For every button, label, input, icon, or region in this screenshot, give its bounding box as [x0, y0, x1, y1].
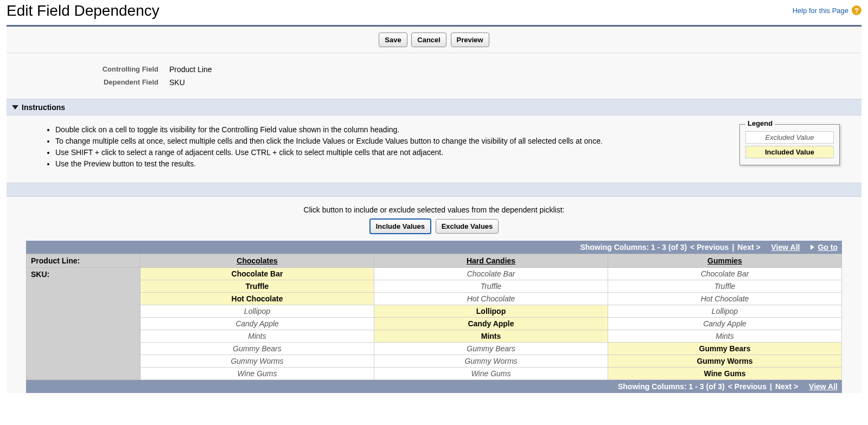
matrix-cell[interactable]: Wine Gums [374, 368, 608, 380]
matrix-cell[interactable]: Gummy Bears [374, 343, 608, 355]
matrix-cell[interactable]: Wine Gums [608, 368, 842, 380]
matrix-cell[interactable]: Candy Apple [608, 318, 842, 330]
controlling-field-value: Product Line [169, 65, 212, 74]
field-info-block: Controlling Field Product Line Dependent… [7, 53, 861, 99]
column-header[interactable]: Chocolates [141, 254, 374, 268]
matrix-cell[interactable]: Lollipop [141, 305, 374, 318]
matrix-cell[interactable]: Truffle [141, 280, 374, 293]
top-button-bar: Save Cancel Preview [7, 27, 861, 53]
matrix-cell[interactable]: Gummy Bears [141, 343, 374, 355]
instruction-item: To change multiple cells at once, select… [55, 136, 603, 147]
matrix-cell[interactable]: Hot Chocolate [141, 293, 374, 305]
controlling-row-label: Product Line: [27, 254, 141, 268]
view-all-link[interactable]: View All [771, 243, 800, 252]
legend-title: Legend [745, 119, 775, 127]
help-icon: ? [852, 5, 861, 15]
instruction-item: Use SHIFT + click to select a range of a… [55, 147, 603, 158]
showing-columns-label: Showing Columns: 1 - 3 (of 3) [618, 382, 725, 391]
help-for-this-page-link[interactable]: Help for this Page ? [793, 2, 861, 15]
instruction-item: Double click on a cell to toggle its vis… [55, 124, 603, 136]
column-header[interactable]: Gummies [608, 254, 842, 268]
previous-link-disabled: < Previous [690, 243, 729, 252]
matrix-cell[interactable]: Mints [141, 330, 374, 343]
matrix-cell[interactable]: Truffle [374, 280, 608, 293]
showing-columns-label: Showing Columns: 1 - 3 (of 3) [580, 243, 687, 252]
matrix-cell[interactable]: Lollipop [374, 305, 608, 318]
instruction-item: Use the Preview button to test the resul… [55, 158, 603, 170]
view-all-link[interactable]: View All [809, 382, 838, 391]
matrix-cell[interactable]: Truffle [608, 280, 842, 293]
next-link-disabled: Next > [775, 382, 798, 391]
matrix-cell[interactable]: Candy Apple [374, 318, 608, 330]
matrix-cell[interactable]: Mints [608, 330, 842, 343]
previous-link-disabled: < Previous [728, 382, 767, 391]
action-prompt: Click button to include or exclude selec… [7, 197, 861, 214]
controlling-field-label: Controlling Field [7, 65, 169, 74]
instructions-title: Instructions [22, 103, 65, 112]
legend-included-swatch: Included Value [745, 146, 834, 158]
legend-excluded-swatch: Excluded Value [745, 131, 834, 144]
dependent-row-label: SKU: [27, 268, 141, 380]
matrix-cell[interactable]: Chocolate Bar [608, 268, 842, 280]
next-link-disabled: Next > [737, 243, 760, 252]
goto-arrow-icon [810, 244, 814, 250]
include-values-button[interactable]: Include Values [369, 218, 431, 234]
matrix-cell[interactable]: Gummy Worms [141, 355, 374, 368]
matrix-cell[interactable]: Wine Gums [141, 368, 374, 380]
matrix-cell[interactable]: Lollipop [608, 305, 842, 318]
column-header[interactable]: Hard Candies [374, 254, 608, 268]
matrix-cell[interactable]: Gummy Worms [608, 355, 842, 368]
matrix-cell[interactable]: Chocolate Bar [141, 268, 374, 280]
instructions-list: Double click on a cell to toggle its vis… [23, 124, 603, 170]
preview-button[interactable]: Preview [451, 33, 489, 47]
instructions-toggle[interactable]: Instructions [7, 99, 861, 115]
cancel-button[interactable]: Cancel [411, 33, 446, 47]
matrix-cell[interactable]: Gummy Worms [374, 355, 608, 368]
page-title: Edit Field Dependency [7, 2, 159, 20]
legend-box: Legend Excluded Value Included Value [739, 124, 840, 165]
save-button[interactable]: Save [379, 33, 407, 47]
matrix-nav-bottom: Showing Columns: 1 - 3 (of 3) < Previous… [26, 380, 842, 393]
matrix-nav-top: Showing Columns: 1 - 3 (of 3) < Previous… [26, 241, 842, 254]
go-to-link[interactable]: Go to [818, 243, 838, 252]
matrix-cell[interactable]: Candy Apple [141, 318, 374, 330]
dependent-field-label: Dependent Field [7, 78, 169, 87]
matrix-cell[interactable]: Hot Chocolate [608, 293, 842, 305]
matrix-cell[interactable]: Chocolate Bar [374, 268, 608, 280]
chevron-down-icon [12, 105, 18, 110]
matrix-cell[interactable]: Mints [374, 330, 608, 343]
exclude-values-button[interactable]: Exclude Values [436, 219, 499, 234]
dependent-field-value: SKU [169, 78, 185, 87]
matrix-cell[interactable]: Gummy Bears [608, 343, 842, 355]
dependency-matrix-table: Product Line: Chocolates Hard Candies Gu… [26, 254, 842, 380]
section-divider [7, 183, 861, 197]
matrix-cell[interactable]: Hot Chocolate [374, 293, 608, 305]
help-for-this-page-label: Help for this Page [793, 7, 848, 15]
